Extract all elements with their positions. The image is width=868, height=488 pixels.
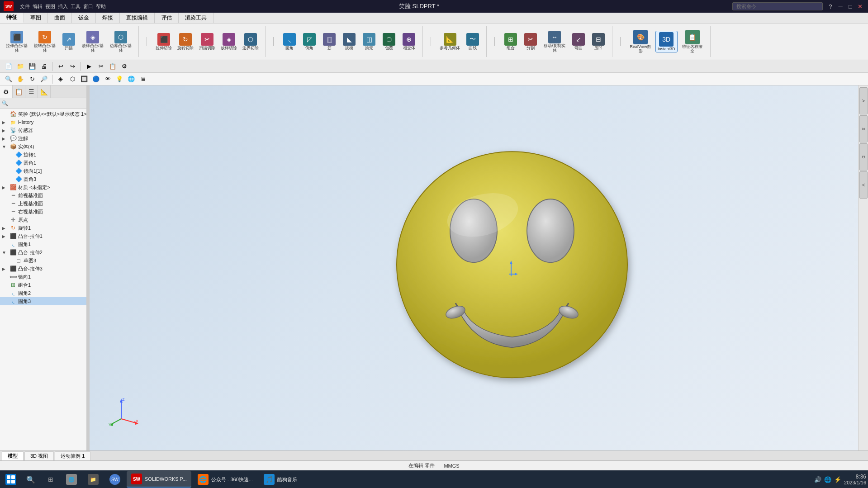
realview-btn[interactable]: 🎨 RealView图形 (627, 29, 654, 55)
rebuild-btn[interactable]: ▶ (84, 62, 94, 71)
menu-tools[interactable]: 工具 (71, 3, 81, 10)
tree-fillet2-feature[interactable]: ◟ 圆角2 (0, 289, 86, 297)
taskbar-music-window[interactable]: 🎵 酷狗音乐 (259, 471, 302, 488)
taskbar-search-btn[interactable]: 🔍 (22, 471, 40, 488)
loft-btn[interactable]: ◈ 放样凸台/基体 (80, 30, 106, 54)
undo-btn[interactable]: ↩ (56, 62, 66, 71)
tree-top-plane[interactable]: ━ 上视基准面 (0, 199, 86, 208)
task-view-btn[interactable]: ⊞ (42, 471, 60, 488)
menu-file[interactable]: 文件 (20, 3, 30, 10)
tray-icon-2[interactable]: 🌐 (824, 476, 831, 483)
tree-right-plane[interactable]: ━ 右视基准面 (0, 208, 86, 216)
boundary-btn[interactable]: ⬡ 边界凸台/基体 (108, 30, 134, 54)
tree-fillet1-feature[interactable]: ◟ 圆角1 (0, 240, 86, 248)
scene-btn[interactable]: 🌐 (126, 74, 136, 84)
fillet-btn[interactable]: ◟ 圆角 (280, 32, 299, 52)
menu-window[interactable]: 窗口 (83, 3, 93, 10)
display-style-btn[interactable]: 🔵 (91, 74, 101, 84)
tree-origin-item[interactable]: ✚ 原点 (0, 216, 86, 224)
tab-evaluate[interactable]: 评估 (155, 13, 179, 23)
extrude-boss-btn[interactable]: ⬛ 拉伸凸台/基体 (4, 30, 30, 54)
help-button[interactable]: ? (826, 2, 835, 10)
instant3d-btn[interactable]: 3D Instant3D (655, 31, 678, 53)
tab-direct-edit[interactable]: 直接编辑 (120, 13, 155, 23)
start-button[interactable] (2, 471, 20, 488)
tab-surface[interactable]: 曲面 (48, 13, 72, 23)
tree-boss-extrude3[interactable]: ▶ ⬛ 凸台-拉伸3 (0, 265, 86, 273)
tree-history-item[interactable]: ▶ 📁 History (0, 118, 86, 126)
display-states-btn[interactable]: V (859, 171, 868, 199)
tab-sketch[interactable]: 草图 (24, 13, 48, 23)
print-btn[interactable]: 🖨 (39, 62, 49, 71)
zoom-in-btn[interactable]: 🔎 (39, 74, 49, 84)
rib-btn[interactable]: ▥ 筋 (320, 32, 338, 52)
zoom-to-fit-btn[interactable]: 🔍 (4, 74, 14, 84)
loft-cut-btn[interactable]: ◈ 放样切除 (219, 32, 239, 52)
tree-sensors-item[interactable]: ▶ 📡 传感器 (0, 126, 86, 134)
taskbar-icon-2[interactable]: 📁 (83, 471, 103, 488)
tree-boss-extrude1[interactable]: ▶ ⬛ 凸台-拉伸1 (0, 232, 86, 240)
property-manager-tab[interactable]: 📋 (13, 85, 25, 98)
dim-expert-tab[interactable]: 📐 (38, 85, 51, 98)
tree-bodies-revolve1[interactable]: 🔷 旋转1 (0, 151, 86, 159)
tab-weldments[interactable]: 焊接 (96, 13, 120, 23)
tree-sketch3[interactable]: ◻ 草图3 (0, 256, 86, 265)
tree-front-plane[interactable]: ━ 前视基准面 (0, 191, 86, 199)
open-btn[interactable]: 📁 (15, 62, 25, 71)
sweep-cut-btn[interactable]: ✂ 扫描切除 (197, 32, 217, 52)
feature-manager-tab[interactable]: ⚙ (0, 85, 13, 98)
tab-features[interactable]: 特征 (0, 13, 24, 23)
redo-btn[interactable]: ↪ (67, 62, 77, 71)
indent-btn[interactable]: ⊟ 压凹 (589, 32, 607, 52)
section-view-btn[interactable]: ◈ (56, 74, 66, 84)
3d-viewport[interactable]: Z X Y (90, 85, 858, 450)
move-copy-btn[interactable]: ↔ 移动/复制实体 (541, 30, 568, 54)
shell-btn[interactable]: ◫ 抽壳 (360, 32, 378, 52)
search-input[interactable] (732, 2, 823, 10)
decals-btn[interactable]: D (859, 143, 868, 171)
tab-render[interactable]: 渲染工具 (179, 13, 213, 23)
options-btn[interactable]: ⚙ (119, 62, 129, 71)
scene-btn2[interactable]: S (859, 115, 868, 142)
taskbar-icon-1[interactable]: 🌐 (62, 471, 81, 488)
copy-btn[interactable]: 📋 (108, 62, 118, 71)
tree-mirror1-feature[interactable]: ⟺ 镜向1 (0, 273, 86, 281)
taskbar-icon-3[interactable]: SW (105, 471, 125, 488)
hide-show-btn[interactable]: 👁 (103, 74, 113, 84)
cut-btn[interactable]: ✂ (96, 62, 106, 71)
taskbar-solidworks-window[interactable]: SW SOLIDWORKS P... (127, 471, 191, 488)
tree-boss-extrude2[interactable]: ▼ ⬛ 凸台-拉伸2 (0, 248, 86, 256)
tree-combine1[interactable]: ⊞ 组合1 (0, 281, 86, 289)
config-manager-tab[interactable]: ☰ (25, 85, 38, 98)
close-button[interactable]: ✕ (856, 2, 864, 10)
tree-annotations-item[interactable]: ▶ 💬 注解 (0, 134, 86, 142)
appearance-btn[interactable]: A (859, 87, 868, 114)
tray-icon-1[interactable]: 🔊 (814, 476, 821, 483)
tree-bodies-fillet3[interactable]: 🔷 圆角3 (0, 175, 86, 183)
tree-bodies-item[interactable]: ▼ 📦 实体(4) (0, 142, 86, 151)
extrude-cut-btn[interactable]: ⬛ 拉伸切除 (154, 32, 174, 52)
view-setting-btn[interactable]: 🖥 (138, 74, 148, 84)
flex-btn[interactable]: ↙ 弯曲 (569, 32, 588, 52)
menu-insert[interactable]: 插入 (58, 3, 68, 10)
tree-root-item[interactable]: 🏠 笑脸 (默认<<默认>显示状态 1>) (0, 110, 86, 118)
tree-material-item[interactable]: ▶ 🧱 材质 <未指定> (0, 183, 86, 191)
taskbar-browser-window[interactable]: 🌐 公众号 - 360快速... (193, 471, 257, 488)
pan-btn[interactable]: ✋ (15, 74, 25, 84)
tab-motion1[interactable]: 运动算例 1 (55, 451, 90, 460)
curves-btn[interactable]: 〜 曲线 (464, 32, 482, 52)
lighting-btn[interactable]: 💡 (114, 74, 124, 84)
tab-3dview[interactable]: 3D 视图 (24, 451, 54, 460)
combine-btn[interactable]: ⊞ 组合 (502, 32, 520, 52)
tree-bodies-fillet1[interactable]: 🔷 圆角1 (0, 159, 86, 167)
tab-sheetmetal[interactable]: 钣金 (72, 13, 96, 23)
boundary-cut-btn[interactable]: ⬡ 边界切除 (241, 32, 261, 52)
tree-fillet3-feature[interactable]: ◟ 圆角3 (0, 297, 86, 305)
new-btn[interactable]: 📄 (4, 62, 14, 71)
menu-help[interactable]: 帮助 (96, 3, 106, 10)
tree-bodies-mirror1[interactable]: 🔷 镜向1[1] (0, 167, 86, 175)
system-clock[interactable]: 8:36 2023/1/16 (844, 474, 866, 485)
feature-name-btn[interactable]: 📋 特征名称按全 (679, 29, 706, 55)
revolve-cut-btn[interactable]: ↻ 旋转切除 (175, 32, 195, 52)
save-btn[interactable]: 💾 (27, 62, 37, 71)
